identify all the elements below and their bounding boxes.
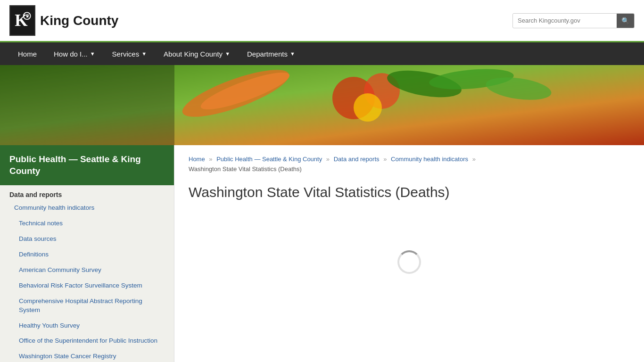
sidebar-link-wscr[interactable]: Washington State Cancer Registry: [0, 349, 174, 362]
search-area: 🔍: [512, 13, 635, 28]
page-title: Washington State Vital Statistics (Death…: [189, 184, 630, 201]
nav-about[interactable]: About King County ▼: [155, 42, 239, 65]
sidebar-title[interactable]: Public Health — Seattle & King County: [0, 145, 174, 185]
breadcrumb-home[interactable]: Home: [189, 156, 205, 163]
nav-how-do-i[interactable]: How do I... ▼: [45, 42, 104, 65]
nav-services[interactable]: Services ▼: [104, 42, 155, 65]
breadcrumb-sep-4: »: [472, 156, 476, 163]
sidebar-link-technical-notes[interactable]: Technical notes: [0, 216, 174, 231]
main-layout: Public Health — Seattle & King County Da…: [0, 145, 644, 362]
search-input[interactable]: [513, 14, 617, 27]
loading-spinner: [397, 250, 421, 274]
chevron-down-icon: ▼: [290, 51, 295, 57]
breadcrumb-phskc[interactable]: Public Health — Seattle & King County: [216, 156, 322, 163]
sidebar-link-chars[interactable]: Comprehensive Hospital Abstract Reportin…: [0, 294, 174, 318]
breadcrumb-chi[interactable]: Community health indicators: [391, 156, 468, 163]
sidebar-link-definitions[interactable]: Definitions: [0, 247, 174, 263]
svg-text:♛: ♛: [25, 14, 29, 18]
king-county-logo-icon: K ♛: [9, 5, 35, 36]
chevron-down-icon: ▼: [225, 51, 230, 57]
sidebar-link-data-sources[interactable]: Data sources: [0, 231, 174, 247]
chevron-down-icon: ▼: [90, 51, 95, 57]
sidebar-link-acs[interactable]: American Community Survey: [0, 263, 174, 278]
breadcrumb-sep-1: »: [209, 156, 212, 163]
sidebar-link-brfss[interactable]: Behavioral Risk Factor Surveillance Syst…: [0, 278, 174, 294]
logo-text: King County: [40, 13, 118, 28]
nav-bar: Home How do I... ▼ Services ▼ About King…: [0, 42, 644, 65]
sidebar: Public Health — Seattle & King County Da…: [0, 145, 174, 362]
svg-rect-13: [0, 65, 174, 145]
sidebar-link-hys[interactable]: Healthy Youth Survey: [0, 318, 174, 334]
logo-area: K ♛ King County: [9, 5, 118, 36]
breadcrumb-data-reports[interactable]: Data and reports: [334, 156, 380, 163]
breadcrumb: Home » Public Health — Seattle & King Co…: [189, 155, 630, 174]
nav-home[interactable]: Home: [9, 42, 45, 65]
sidebar-link-ospi[interactable]: Office of the Superintendent for Public …: [0, 333, 174, 349]
top-header: K ♛ King County 🔍: [0, 0, 644, 42]
chevron-down-icon: ▼: [141, 51, 147, 57]
sidebar-link-community-health[interactable]: Community health indicators: [0, 200, 174, 216]
loading-spinner-container: [189, 215, 630, 309]
content-area: Home » Public Health — Seattle & King Co…: [174, 145, 644, 362]
breadcrumb-current: Washington State Vital Statistics (Death…: [189, 165, 302, 173]
breadcrumb-sep-3: »: [383, 156, 387, 163]
nav-departments[interactable]: Departments ▼: [239, 42, 304, 65]
breadcrumb-sep-2: »: [326, 156, 330, 163]
sidebar-section-label: Data and reports: [0, 185, 174, 200]
svg-point-9: [354, 93, 382, 122]
search-button[interactable]: 🔍: [617, 14, 634, 28]
hero-banner: [0, 65, 644, 145]
